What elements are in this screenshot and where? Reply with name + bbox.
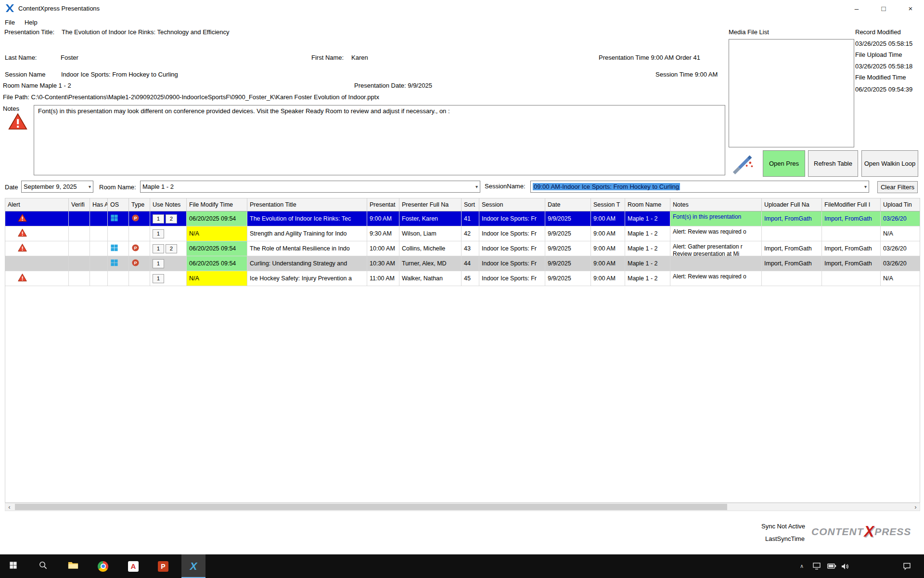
horizontal-scrollbar[interactable]: ‹ › [5, 503, 920, 511]
uploader-cell [762, 226, 822, 241]
column-header-file-modify-time[interactable]: File Modify Time [187, 198, 247, 211]
window-title: ContentXpress Presentations [18, 5, 100, 12]
notes-alert-icon [8, 112, 28, 133]
column-header-filemodifier-full-i[interactable]: FileModifier Full I [822, 198, 881, 211]
start-button[interactable] [1, 554, 25, 578]
menu-file[interactable]: File [0, 19, 20, 26]
column-header-presentat[interactable]: Presentat [367, 198, 399, 211]
column-header-uploader-full-na[interactable]: Uploader Full Na [762, 198, 822, 211]
use-notes-button[interactable]: 1 [153, 274, 164, 283]
use-notes-button[interactable]: 1 [153, 229, 164, 238]
taskbar-search-button[interactable] [31, 554, 55, 578]
column-header-presenter-full-na[interactable]: Presenter Full Na [399, 198, 462, 211]
tray-volume-icon[interactable] [839, 554, 851, 578]
taskbar: A P X ∧ 2:19 PM 6/20/2025 [0, 554, 924, 578]
session-time-cell: 9:00 AM [591, 241, 625, 256]
column-header-presentation-title[interactable]: Presentation Title [247, 198, 367, 211]
open-walkin-loop-button[interactable]: Open Walkin Loop [861, 150, 918, 177]
tray-battery-icon[interactable] [826, 554, 837, 578]
use-notes-button[interactable]: 1 [153, 214, 164, 223]
room-cell: Maple 1 - 2 [625, 256, 670, 271]
notes-cell-text: Font(s) in this presentation [673, 213, 741, 221]
column-header-use-notes[interactable]: Use Notes [150, 198, 187, 211]
alert-icon [18, 273, 27, 284]
taskbar-file-explorer-button[interactable] [61, 554, 85, 578]
chevron-down-icon: ▾ [87, 184, 91, 189]
column-header-room-name[interactable]: Room Name [625, 198, 670, 211]
alert-cell [5, 226, 69, 241]
notes-cell-text: Alert: Review was required o [673, 228, 746, 236]
presentation-title-cell: The Role of Mental Resilience in Indo [247, 241, 367, 256]
minimize-button[interactable]: – [843, 0, 870, 16]
table-row[interactable]: P1206/20/2025 09:54The Evolution of Indo… [5, 211, 920, 226]
scrollbar-thumb[interactable] [15, 504, 727, 510]
date-cell: 9/9/2025 [545, 211, 591, 226]
maximize-button[interactable]: □ [870, 0, 897, 16]
notes-textbox[interactable]: Font(s) in this presentation may look di… [34, 105, 725, 175]
column-header-type[interactable]: Type [129, 198, 150, 211]
file-modifier-cell: Import, FromGath [822, 241, 881, 256]
taskbar-powerpoint-button[interactable]: P [151, 554, 175, 578]
presenter-cell: Turner, Alex, MD [399, 256, 462, 271]
use-notes-cell: 12 [150, 241, 187, 256]
use-notes-cell: 12 [150, 211, 187, 226]
room-filter-combo[interactable]: Maple 1 - 2 ▾ [140, 181, 480, 193]
windows-start-icon [9, 561, 17, 571]
presentations-grid: AlertVerifiHas AOSTypeUse NotesFile Modi… [5, 198, 920, 503]
tray-display-icon[interactable] [811, 554, 822, 578]
table-row[interactable]: 1N/AIce Hockey Safety: Injury Prevention… [5, 271, 920, 286]
column-header-session[interactable]: Session [479, 198, 545, 211]
column-header-alert[interactable]: Alert [5, 198, 69, 211]
table-row[interactable]: 1N/AStrength and Agility Training for In… [5, 226, 920, 241]
sort-cell: 43 [462, 241, 479, 256]
window-controls: – □ × [843, 0, 924, 16]
open-pres-button[interactable]: Open Pres [763, 150, 805, 177]
verified-cell [69, 241, 90, 256]
has-cell [90, 271, 108, 286]
sort-cell: 45 [462, 271, 479, 286]
table-row[interactable]: P1206/20/2025 09:54The Role of Mental Re… [5, 241, 920, 256]
scroll-left-arrow[interactable]: ‹ [5, 503, 13, 511]
table-row[interactable]: P106/20/2025 09:54Curling: Understanding… [5, 256, 920, 271]
type-cell: P [129, 256, 150, 271]
uploader-cell [762, 271, 822, 286]
media-file-list[interactable] [729, 39, 854, 147]
refresh-table-button[interactable]: Refresh Table [808, 150, 858, 177]
logo-x-glyph: X [864, 523, 874, 540]
use-notes-button[interactable]: 1 [153, 244, 164, 253]
menu-help[interactable]: Help [20, 19, 42, 26]
use-notes-button[interactable]: 2 [166, 244, 177, 253]
upload-time-cell: 03/26/20 [881, 211, 920, 226]
contentxpress-app-icon [5, 3, 14, 13]
column-header-has-a[interactable]: Has A [90, 198, 108, 211]
taskbar-acrobat-button[interactable]: A [121, 554, 145, 578]
tray-chevron-icon[interactable]: ∧ [797, 554, 807, 578]
notification-center-icon[interactable] [900, 554, 913, 578]
scroll-right-arrow[interactable]: › [911, 503, 920, 511]
svg-text:P: P [134, 246, 137, 250]
session-filter-combo[interactable]: 09:00 AM-Indoor Ice Sports: From Hockey … [530, 181, 869, 193]
column-header-sort[interactable]: Sort [462, 198, 479, 211]
file-modifier-cell: Import, FromGath [822, 256, 881, 271]
column-header-notes[interactable]: Notes [670, 198, 762, 211]
use-notes-button[interactable]: 2 [166, 214, 177, 223]
column-header-upload-tin[interactable]: Upload Tin [881, 198, 920, 211]
sync-brush-icon[interactable] [731, 151, 754, 176]
column-header-verifi[interactable]: Verifi [69, 198, 90, 211]
upload-time-cell: N/A [881, 271, 920, 286]
use-notes-button[interactable]: 1 [153, 259, 164, 268]
taskbar-chrome-button[interactable] [91, 554, 115, 578]
clear-filters-button[interactable]: Clear Filters [877, 181, 918, 193]
close-button[interactable]: × [897, 0, 924, 16]
column-header-os[interactable]: OS [108, 198, 129, 211]
uploader-cell: Import, FromGath [762, 241, 822, 256]
column-header-date[interactable]: Date [545, 198, 591, 211]
presentation-title-label: Presentation Title: [4, 28, 54, 36]
upload-time-cell: 03/26/20 [881, 241, 920, 256]
date-filter-combo[interactable]: September 9, 2025 ▾ [21, 181, 93, 193]
taskbar-contentxpress-button-active[interactable]: X [181, 554, 205, 578]
file-modifier-cell [822, 271, 881, 286]
notes-cell: Alert: Review was required o [670, 226, 762, 241]
column-header-session-t[interactable]: Session T [591, 198, 625, 211]
sync-status-text: Sync Not Active [761, 523, 805, 530]
